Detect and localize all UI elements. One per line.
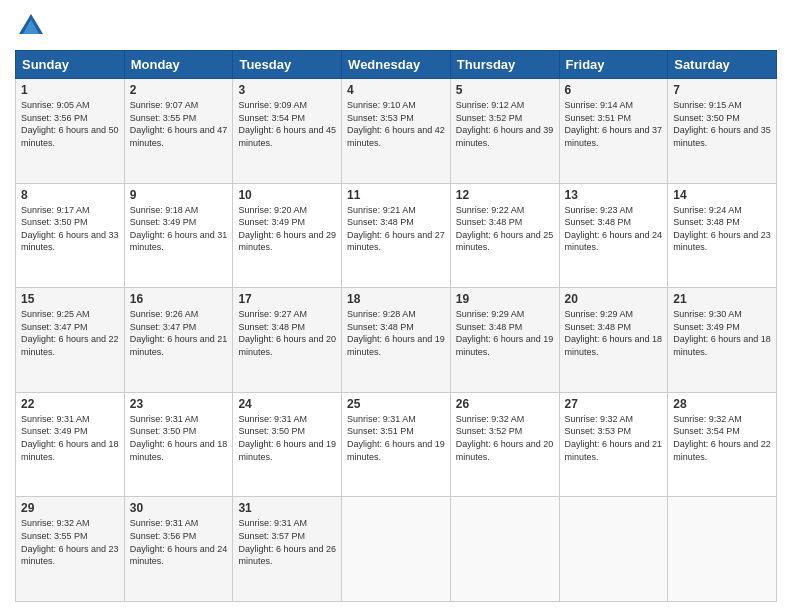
day-cell: 3 Sunrise: 9:09 AMSunset: 3:54 PMDayligh… — [233, 79, 342, 184]
day-cell: 23 Sunrise: 9:31 AMSunset: 3:50 PMDaylig… — [124, 392, 233, 497]
day-number: 31 — [238, 501, 336, 515]
day-cell — [342, 497, 451, 602]
day-cell: 5 Sunrise: 9:12 AMSunset: 3:52 PMDayligh… — [450, 79, 559, 184]
day-number: 21 — [673, 292, 771, 306]
day-info: Sunrise: 9:15 AMSunset: 3:50 PMDaylight:… — [673, 99, 771, 149]
day-number: 4 — [347, 83, 445, 97]
day-info: Sunrise: 9:17 AMSunset: 3:50 PMDaylight:… — [21, 204, 119, 254]
day-cell — [450, 497, 559, 602]
day-number: 20 — [565, 292, 663, 306]
day-info: Sunrise: 9:32 AMSunset: 3:55 PMDaylight:… — [21, 517, 119, 567]
week-row-1: 1 Sunrise: 9:05 AMSunset: 3:56 PMDayligh… — [16, 79, 777, 184]
day-number: 18 — [347, 292, 445, 306]
week-row-2: 8 Sunrise: 9:17 AMSunset: 3:50 PMDayligh… — [16, 183, 777, 288]
day-number: 30 — [130, 501, 228, 515]
day-number: 17 — [238, 292, 336, 306]
day-number: 12 — [456, 188, 554, 202]
day-number: 22 — [21, 397, 119, 411]
weekday-header-monday: Monday — [124, 51, 233, 79]
day-number: 10 — [238, 188, 336, 202]
day-info: Sunrise: 9:07 AMSunset: 3:55 PMDaylight:… — [130, 99, 228, 149]
day-cell: 8 Sunrise: 9:17 AMSunset: 3:50 PMDayligh… — [16, 183, 125, 288]
day-info: Sunrise: 9:14 AMSunset: 3:51 PMDaylight:… — [565, 99, 663, 149]
day-info: Sunrise: 9:31 AMSunset: 3:50 PMDaylight:… — [130, 413, 228, 463]
day-cell: 27 Sunrise: 9:32 AMSunset: 3:53 PMDaylig… — [559, 392, 668, 497]
week-row-3: 15 Sunrise: 9:25 AMSunset: 3:47 PMDaylig… — [16, 288, 777, 393]
week-row-4: 22 Sunrise: 9:31 AMSunset: 3:49 PMDaylig… — [16, 392, 777, 497]
day-cell — [668, 497, 777, 602]
day-number: 14 — [673, 188, 771, 202]
day-cell: 15 Sunrise: 9:25 AMSunset: 3:47 PMDaylig… — [16, 288, 125, 393]
day-number: 5 — [456, 83, 554, 97]
day-info: Sunrise: 9:32 AMSunset: 3:54 PMDaylight:… — [673, 413, 771, 463]
day-info: Sunrise: 9:23 AMSunset: 3:48 PMDaylight:… — [565, 204, 663, 254]
day-cell: 14 Sunrise: 9:24 AMSunset: 3:48 PMDaylig… — [668, 183, 777, 288]
day-number: 19 — [456, 292, 554, 306]
day-cell: 22 Sunrise: 9:31 AMSunset: 3:49 PMDaylig… — [16, 392, 125, 497]
day-info: Sunrise: 9:28 AMSunset: 3:48 PMDaylight:… — [347, 308, 445, 358]
day-info: Sunrise: 9:32 AMSunset: 3:52 PMDaylight:… — [456, 413, 554, 463]
day-number: 2 — [130, 83, 228, 97]
day-number: 15 — [21, 292, 119, 306]
logo — [15, 10, 51, 42]
day-info: Sunrise: 9:09 AMSunset: 3:54 PMDaylight:… — [238, 99, 336, 149]
day-cell: 12 Sunrise: 9:22 AMSunset: 3:48 PMDaylig… — [450, 183, 559, 288]
day-number: 7 — [673, 83, 771, 97]
day-cell: 2 Sunrise: 9:07 AMSunset: 3:55 PMDayligh… — [124, 79, 233, 184]
day-number: 29 — [21, 501, 119, 515]
day-info: Sunrise: 9:29 AMSunset: 3:48 PMDaylight:… — [565, 308, 663, 358]
day-number: 16 — [130, 292, 228, 306]
day-info: Sunrise: 9:29 AMSunset: 3:48 PMDaylight:… — [456, 308, 554, 358]
day-info: Sunrise: 9:21 AMSunset: 3:48 PMDaylight:… — [347, 204, 445, 254]
page: SundayMondayTuesdayWednesdayThursdayFrid… — [0, 0, 792, 612]
day-cell — [559, 497, 668, 602]
day-cell: 30 Sunrise: 9:31 AMSunset: 3:56 PMDaylig… — [124, 497, 233, 602]
day-number: 8 — [21, 188, 119, 202]
day-info: Sunrise: 9:31 AMSunset: 3:50 PMDaylight:… — [238, 413, 336, 463]
day-number: 1 — [21, 83, 119, 97]
day-info: Sunrise: 9:20 AMSunset: 3:49 PMDaylight:… — [238, 204, 336, 254]
day-cell: 31 Sunrise: 9:31 AMSunset: 3:57 PMDaylig… — [233, 497, 342, 602]
day-number: 23 — [130, 397, 228, 411]
day-info: Sunrise: 9:31 AMSunset: 3:51 PMDaylight:… — [347, 413, 445, 463]
header — [15, 10, 777, 42]
weekday-header-sunday: Sunday — [16, 51, 125, 79]
week-row-5: 29 Sunrise: 9:32 AMSunset: 3:55 PMDaylig… — [16, 497, 777, 602]
day-number: 11 — [347, 188, 445, 202]
day-cell: 26 Sunrise: 9:32 AMSunset: 3:52 PMDaylig… — [450, 392, 559, 497]
day-cell: 13 Sunrise: 9:23 AMSunset: 3:48 PMDaylig… — [559, 183, 668, 288]
weekday-header-friday: Friday — [559, 51, 668, 79]
day-info: Sunrise: 9:24 AMSunset: 3:48 PMDaylight:… — [673, 204, 771, 254]
day-info: Sunrise: 9:31 AMSunset: 3:56 PMDaylight:… — [130, 517, 228, 567]
day-number: 27 — [565, 397, 663, 411]
day-cell: 1 Sunrise: 9:05 AMSunset: 3:56 PMDayligh… — [16, 79, 125, 184]
day-cell: 17 Sunrise: 9:27 AMSunset: 3:48 PMDaylig… — [233, 288, 342, 393]
day-cell: 28 Sunrise: 9:32 AMSunset: 3:54 PMDaylig… — [668, 392, 777, 497]
day-info: Sunrise: 9:27 AMSunset: 3:48 PMDaylight:… — [238, 308, 336, 358]
day-cell: 10 Sunrise: 9:20 AMSunset: 3:49 PMDaylig… — [233, 183, 342, 288]
day-info: Sunrise: 9:12 AMSunset: 3:52 PMDaylight:… — [456, 99, 554, 149]
day-number: 6 — [565, 83, 663, 97]
day-info: Sunrise: 9:05 AMSunset: 3:56 PMDaylight:… — [21, 99, 119, 149]
weekday-header-saturday: Saturday — [668, 51, 777, 79]
day-number: 28 — [673, 397, 771, 411]
day-cell: 9 Sunrise: 9:18 AMSunset: 3:49 PMDayligh… — [124, 183, 233, 288]
weekday-header-wednesday: Wednesday — [342, 51, 451, 79]
logo-icon — [15, 10, 47, 42]
day-number: 26 — [456, 397, 554, 411]
day-number: 3 — [238, 83, 336, 97]
day-cell: 25 Sunrise: 9:31 AMSunset: 3:51 PMDaylig… — [342, 392, 451, 497]
day-cell: 16 Sunrise: 9:26 AMSunset: 3:47 PMDaylig… — [124, 288, 233, 393]
calendar: SundayMondayTuesdayWednesdayThursdayFrid… — [15, 50, 777, 602]
day-info: Sunrise: 9:32 AMSunset: 3:53 PMDaylight:… — [565, 413, 663, 463]
weekday-header-row: SundayMondayTuesdayWednesdayThursdayFrid… — [16, 51, 777, 79]
day-number: 13 — [565, 188, 663, 202]
day-info: Sunrise: 9:30 AMSunset: 3:49 PMDaylight:… — [673, 308, 771, 358]
day-number: 9 — [130, 188, 228, 202]
day-cell: 29 Sunrise: 9:32 AMSunset: 3:55 PMDaylig… — [16, 497, 125, 602]
calendar-table: SundayMondayTuesdayWednesdayThursdayFrid… — [15, 50, 777, 602]
day-cell: 11 Sunrise: 9:21 AMSunset: 3:48 PMDaylig… — [342, 183, 451, 288]
weekday-header-thursday: Thursday — [450, 51, 559, 79]
day-number: 25 — [347, 397, 445, 411]
day-cell: 21 Sunrise: 9:30 AMSunset: 3:49 PMDaylig… — [668, 288, 777, 393]
